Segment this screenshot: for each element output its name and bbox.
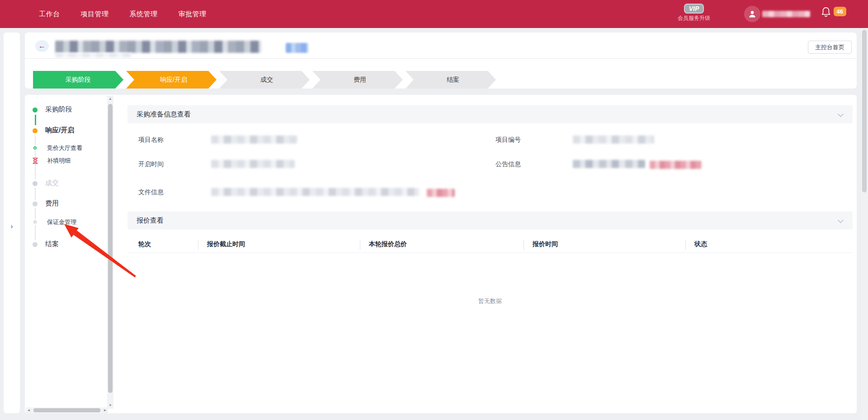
prep-info-section-header: 采购准备信息查看: [127, 105, 853, 123]
column-separator: [524, 240, 524, 250]
file-info-value-redacted: [211, 188, 419, 196]
step-closing[interactable]: 结案: [406, 71, 496, 89]
quote-section-title: 报价查看: [137, 216, 164, 225]
vip-caption: 会员服务升级: [669, 14, 719, 22]
quote-table-header: 轮次 报价截止时间 本轮报价总价 报价时间 状态: [127, 237, 853, 253]
timeline-dot-done: [33, 107, 38, 112]
field-label-open-time: 开启时间: [138, 160, 164, 168]
vip-upgrade[interactable]: VIP 会员服务升级: [669, 4, 719, 22]
person-icon: [748, 9, 757, 19]
hourglass-icon: [33, 158, 38, 164]
main-panel: 采购阶段 响应/开启 竞价大厅查看 补填明细 成交 费用 保证金管理 结案 ▲ …: [25, 95, 857, 413]
nav-item-workbench[interactable]: 工作台: [39, 10, 60, 19]
prep-info-section-title: 采购准备信息查看: [137, 110, 191, 119]
timeline-ring-gray: [33, 220, 37, 224]
timeline-dot-disabled: [33, 181, 38, 186]
project-header-card: ← 主控台首页 采购阶段 响应/开启 成交 费用 结案: [25, 33, 857, 89]
top-navbar: 工作台 项目管理 系统管理 审批管理 VIP 会员服务升级 46: [0, 0, 868, 28]
scroll-down-icon[interactable]: ▼: [107, 402, 113, 409]
scroll-left-icon[interactable]: ◄: [26, 407, 32, 413]
column-status: 状态: [694, 240, 707, 248]
stage-step-arrows: 采购阶段 响应/开启 成交 费用 结案: [33, 71, 496, 89]
sidebar-item-response-open[interactable]: 响应/开启: [45, 126, 74, 135]
project-title-redacted: [55, 41, 261, 53]
sidebar-item-procurement-stage[interactable]: 采购阶段: [45, 105, 72, 114]
sidebar-vertical-scrollbar[interactable]: ▲ ▼: [107, 96, 113, 409]
step-response-open[interactable]: 响应/开启: [126, 71, 217, 89]
sidebar-hscroll-thumb[interactable]: [33, 408, 100, 412]
user-avatar[interactable]: [744, 6, 760, 22]
chevron-down-icon[interactable]: [838, 111, 844, 117]
sidebar-item-deposit-management[interactable]: 保证金管理: [47, 218, 76, 226]
notification-count-badge: 46: [834, 7, 846, 16]
file-link-redacted[interactable]: [427, 189, 455, 197]
status-tag-redacted: [286, 43, 308, 53]
field-label-project-number: 项目编号: [495, 136, 521, 144]
timeline-dot-fees: [33, 201, 38, 206]
page: 工作台 项目管理 系统管理 审批管理 VIP 会员服务升级 46 ›: [0, 0, 868, 420]
sidebar-vscroll-thumb[interactable]: [108, 104, 113, 393]
console-home-button[interactable]: 主控台首页: [808, 41, 852, 54]
sidebar-item-deal: 成交: [45, 179, 59, 187]
column-separator: [198, 240, 198, 250]
page-scrollbar[interactable]: [861, 28, 868, 420]
step-fees[interactable]: 费用: [312, 71, 403, 89]
project-header-row: ← 主控台首页: [25, 33, 857, 59]
timeline-line: [35, 134, 36, 243]
column-round-total-price: 本轮报价总价: [369, 240, 407, 248]
stage-sidebar: 采购阶段 响应/开启 竞价大厅查看 补填明细 成交 费用 保证金管理 结案 ▲ …: [25, 95, 114, 413]
field-label-announcement-info: 公告信息: [495, 160, 521, 168]
bell-icon: [821, 7, 831, 18]
collapse-panel: ›: [4, 33, 20, 413]
nav-item-project-management[interactable]: 项目管理: [81, 10, 109, 19]
field-label-project-name: 项目名称: [138, 136, 164, 144]
sidebar-item-closing[interactable]: 结案: [45, 240, 59, 248]
open-time-value-redacted: [211, 160, 295, 168]
nav-item-system-management[interactable]: 系统管理: [130, 10, 158, 19]
scroll-up-icon[interactable]: ▲: [107, 96, 113, 102]
quote-section-header: 报价查看: [127, 211, 853, 229]
step-deal[interactable]: 成交: [219, 71, 310, 89]
user-name-redacted: [762, 11, 810, 17]
sidebar-item-supplement-detail[interactable]: 补填明细: [47, 157, 71, 165]
announcement-link-redacted[interactable]: [650, 161, 702, 169]
nav-item-approval-management[interactable]: 审批管理: [179, 10, 207, 19]
expand-chevron-icon[interactable]: ›: [4, 222, 20, 230]
column-quote-deadline: 报价截止时间: [207, 240, 245, 248]
timeline-dot-active: [33, 128, 38, 133]
empty-data-text: 暂无数据: [127, 297, 853, 305]
notification-area[interactable]: 46: [821, 7, 846, 18]
column-round: 轮次: [138, 240, 151, 248]
timeline-ring-green: [33, 146, 37, 149]
timeline-dot-closing: [33, 242, 38, 247]
page-scroll-thumb[interactable]: [862, 30, 867, 192]
project-name-value-redacted: [211, 135, 297, 144]
column-separator: [685, 240, 686, 250]
prep-info-fields: 项目名称 项目编号 开启时间 公告信息 文件信息: [127, 123, 857, 211]
timeline-line-done: [35, 115, 36, 125]
sidebar-item-bidding-hall[interactable]: 竞价大厅查看: [47, 144, 82, 152]
chevron-down-icon[interactable]: [838, 217, 844, 223]
field-label-file-info: 文件信息: [138, 188, 164, 196]
step-procurement-stage[interactable]: 采购阶段: [33, 71, 123, 89]
announcement-value-redacted: [573, 160, 645, 168]
main-content: 采购准备信息查看 项目名称 项目编号 开启时间 公告信息 文件信息 报价查看: [127, 95, 857, 413]
sidebar-item-fees[interactable]: 费用: [45, 199, 59, 208]
column-quote-time: 报价时间: [533, 240, 558, 248]
project-number-value-redacted: [573, 135, 654, 144]
project-subtitle-redacted: [55, 53, 132, 57]
back-button[interactable]: ←: [35, 40, 49, 52]
sidebar-horizontal-scrollbar[interactable]: ◄ ►: [26, 407, 108, 413]
column-separator: [360, 240, 360, 250]
main-menu: 工作台 项目管理 系统管理 审批管理: [0, 10, 207, 19]
vip-icon: VIP: [684, 4, 704, 14]
scroll-right-icon[interactable]: ►: [102, 407, 108, 413]
